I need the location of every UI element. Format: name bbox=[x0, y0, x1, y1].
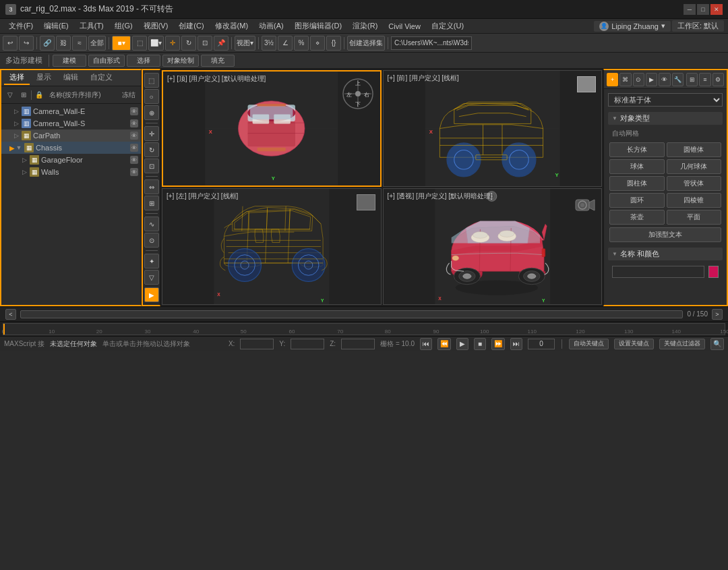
mirror-tool[interactable]: ⇔ bbox=[144, 179, 159, 194]
set-keyframe-btn[interactable]: 设置关键点 bbox=[614, 339, 654, 349]
scale-tool[interactable]: ⊡ bbox=[144, 159, 159, 173]
redo-button[interactable]: ↪ bbox=[19, 36, 34, 51]
color-swatch[interactable] bbox=[708, 266, 719, 278]
magnify-tool[interactable]: ⊙ bbox=[144, 233, 159, 248]
view-menu-button[interactable]: 视图▾ bbox=[235, 36, 255, 51]
minimize-button[interactable]: ─ bbox=[684, 4, 696, 15]
rp-tab-extra2[interactable]: ≡ bbox=[699, 73, 710, 86]
tree-item-walls[interactable]: ▷ ▦ Walls 👁 bbox=[1, 166, 141, 178]
timebar-track[interactable]: 0 10 20 30 40 50 60 70 80 90 100 110 120… bbox=[3, 323, 725, 335]
viewport-left[interactable]: [+] [左] [用户定义] [线框] bbox=[162, 188, 382, 305]
visibility-icon[interactable]: 👁 bbox=[130, 156, 138, 164]
rotate-button[interactable]: ↻ bbox=[181, 36, 196, 51]
obj-btn-sphere[interactable]: 球体 bbox=[609, 159, 665, 174]
viewport-top[interactable]: [+] [顶] [用户定义] [默认明暗处理] 上 右 下 左 bbox=[162, 70, 382, 187]
maximize-button[interactable]: □ bbox=[697, 4, 709, 15]
visibility-icon[interactable]: 👁 bbox=[130, 168, 138, 176]
scale-button[interactable]: ⊡ bbox=[198, 36, 212, 51]
rp-tab-create[interactable]: + bbox=[607, 73, 618, 86]
obj-btn-text[interactable]: 加强型文本 bbox=[609, 227, 721, 242]
timeline-prev-btn[interactable]: < bbox=[5, 309, 16, 320]
create-selection-set-button[interactable]: 创建选择集 bbox=[347, 36, 385, 51]
select-link-button[interactable]: 🔗 bbox=[40, 36, 55, 51]
visibility-icon[interactable]: 👁 bbox=[130, 144, 138, 152]
tree-expand-all-btn[interactable]: ⊞ bbox=[18, 89, 30, 101]
viewport-front[interactable]: [+] [前] [用户定义] [线框] bbox=[383, 70, 603, 187]
tree-item-camera-wall-e[interactable]: ▷ ▥ Camera_Wall-E 👁 bbox=[1, 105, 141, 117]
timeline-track[interactable] bbox=[20, 310, 683, 318]
rp-tab-modify[interactable]: ⌘ bbox=[619, 73, 631, 86]
tree-item-carpath[interactable]: ▷ ▦ CarPath 👁 bbox=[1, 130, 141, 142]
menu-customize[interactable]: 自定义(U) bbox=[427, 20, 468, 32]
select-button[interactable]: ⬚ bbox=[132, 36, 147, 51]
unlink-button[interactable]: ⛓ bbox=[56, 36, 71, 51]
scene-tab-select[interactable]: 选择 bbox=[4, 71, 30, 85]
close-button[interactable]: ✕ bbox=[710, 4, 723, 15]
expand-icon[interactable]: ▷ bbox=[12, 119, 20, 127]
object-type-header[interactable]: ▼ 对象类型 bbox=[608, 112, 723, 125]
flyout-tool[interactable]: ▽ bbox=[144, 270, 159, 285]
menu-graph[interactable]: 图形编辑器(D) bbox=[290, 20, 346, 32]
path-field[interactable]: C:\Users\WK~...nts\W3dsMax... bbox=[391, 36, 472, 50]
menu-edit[interactable]: 编辑(E) bbox=[39, 20, 73, 32]
visibility-icon[interactable]: 👁 bbox=[130, 119, 138, 127]
timeline-next-btn[interactable]: > bbox=[712, 309, 723, 320]
array-tool[interactable]: ⊞ bbox=[144, 196, 159, 210]
tree-lock-btn[interactable]: 🔒 bbox=[33, 89, 45, 101]
obj-btn-cone[interactable]: 圆锥体 bbox=[667, 142, 722, 157]
percent-snap2-button[interactable]: % bbox=[294, 36, 309, 51]
menu-animation[interactable]: 动画(A) bbox=[254, 20, 289, 32]
tree-item-garagefloor[interactable]: ▷ ▦ GarageFloor 👁 bbox=[1, 154, 141, 166]
scene-tab-edit[interactable]: 编辑 bbox=[58, 71, 84, 85]
curve-tool[interactable]: ∿ bbox=[144, 217, 159, 231]
menu-tools[interactable]: 工具(T) bbox=[75, 20, 109, 32]
obj-btn-pyramid[interactable]: 四棱锥 bbox=[667, 193, 722, 208]
menu-file[interactable]: 文件(F) bbox=[4, 20, 38, 32]
obj-btn-plane[interactable]: 平面 bbox=[667, 210, 722, 225]
playback-next-btn[interactable]: ⏩ bbox=[491, 338, 505, 350]
playback-end-btn[interactable]: ⏭ bbox=[510, 338, 522, 350]
user-menu[interactable]: 👤 Liping Zhuang ▾ bbox=[594, 21, 671, 32]
name-color-header[interactable]: ▼ 名称 和颜色 bbox=[608, 248, 723, 260]
auto-keyframe-btn[interactable]: 自动关键点 bbox=[569, 339, 609, 349]
obj-btn-tube[interactable]: 管状体 bbox=[667, 176, 722, 191]
z-field[interactable] bbox=[341, 339, 375, 349]
rp-tab-utilities[interactable]: 🔧 bbox=[672, 73, 684, 86]
menu-create[interactable]: 创建(C) bbox=[174, 20, 208, 32]
obj-btn-teapot[interactable]: 茶壶 bbox=[609, 210, 665, 225]
menu-group[interactable]: 组(G) bbox=[110, 20, 138, 32]
lasso-select-tool[interactable]: ○ bbox=[144, 89, 159, 104]
rp-tab-extra1[interactable]: ⊞ bbox=[686, 73, 698, 86]
playback-play-btn[interactable]: ▶ bbox=[456, 338, 468, 350]
expand-icon[interactable]: ▷ bbox=[12, 107, 20, 115]
tree-item-chassis[interactable]: ▶ ▼ ▦ Chassis 👁 bbox=[1, 142, 141, 154]
rp-tab-motion[interactable]: ▶ bbox=[646, 73, 657, 86]
menu-render[interactable]: 渲染(R) bbox=[348, 20, 382, 32]
expand-btn[interactable]: ▶ bbox=[144, 287, 159, 302]
playback-stop-btn[interactable]: ■ bbox=[474, 338, 486, 350]
undo-button[interactable]: ↩ bbox=[3, 36, 18, 51]
tab-build[interactable]: 建模 bbox=[53, 55, 86, 67]
select-tool[interactable]: ⬚ bbox=[144, 73, 159, 88]
search-btn[interactable]: 🔍 bbox=[710, 338, 724, 350]
obj-btn-geosphere[interactable]: 几何球体 bbox=[667, 159, 722, 174]
obj-btn-torus[interactable]: 圆环 bbox=[609, 193, 665, 208]
select-all-button[interactable]: 全部 bbox=[88, 36, 106, 51]
obj-btn-box[interactable]: 长方体 bbox=[609, 142, 665, 157]
current-frame-field[interactable]: 0 bbox=[528, 339, 555, 349]
rp-tab-display[interactable]: 👁 bbox=[659, 73, 670, 86]
timebar-cursor[interactable] bbox=[3, 324, 5, 335]
menu-views[interactable]: 视图(V) bbox=[139, 20, 173, 32]
obj-btn-cylinder[interactable]: 圆柱体 bbox=[609, 176, 665, 191]
tab-select[interactable]: 选择 bbox=[127, 55, 160, 67]
visibility-icon[interactable]: 👁 bbox=[130, 107, 138, 115]
expand-icon[interactable]: ▷ bbox=[20, 156, 28, 164]
tree-item-camera-wall-s[interactable]: ▷ ▥ Camera_Wall-S 👁 bbox=[1, 117, 141, 130]
angle-snap-button[interactable]: ∠ bbox=[278, 36, 293, 51]
y-field[interactable] bbox=[291, 339, 324, 349]
placement-button[interactable]: 📌 bbox=[214, 36, 229, 51]
expand-icon[interactable]: ▷ bbox=[12, 132, 20, 140]
workspace-label[interactable]: 工作区: 默认 bbox=[672, 20, 724, 32]
percent-snap-button[interactable]: 3½ bbox=[262, 36, 276, 51]
menu-civil[interactable]: Civil View bbox=[384, 22, 425, 31]
